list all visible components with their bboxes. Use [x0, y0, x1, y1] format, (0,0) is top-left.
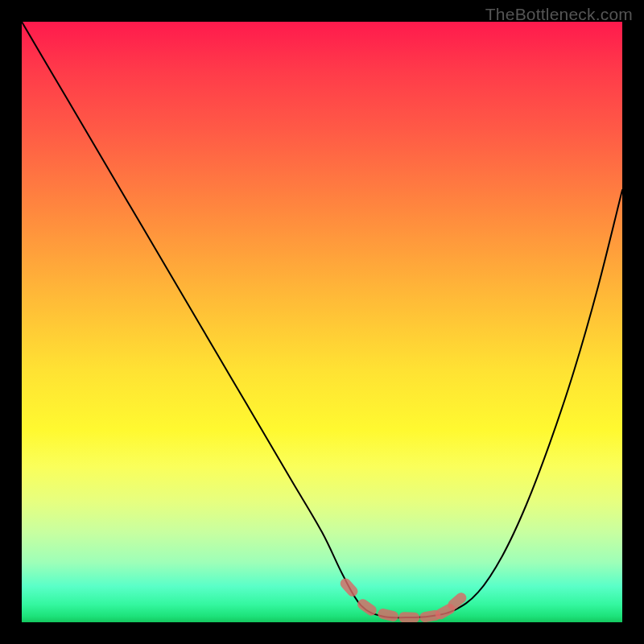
plot-area — [22, 22, 622, 622]
bottleneck-curve-line — [22, 22, 622, 617]
floor-marker — [338, 576, 360, 599]
chart-frame: TheBottleneck.com — [0, 0, 644, 644]
floor-marker — [398, 612, 419, 622]
floor-markers-group — [338, 576, 469, 622]
curve-svg — [22, 22, 622, 622]
floor-marker — [377, 608, 399, 622]
